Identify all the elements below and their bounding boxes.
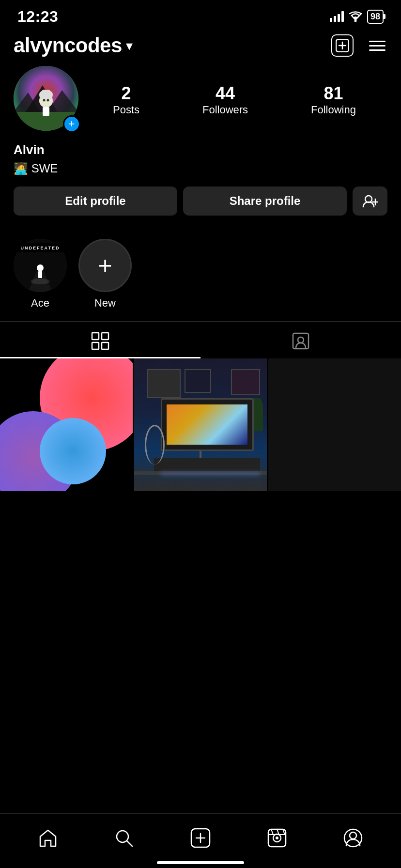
story-label-ace: Ace xyxy=(31,297,49,310)
following-count: 81 xyxy=(311,83,356,104)
nav-reels[interactable] xyxy=(260,823,294,852)
following-stat[interactable]: 81 Following xyxy=(311,83,356,116)
post-desk-setup xyxy=(134,358,267,491)
story-label-new: New xyxy=(94,297,116,310)
stats-container: 2 Posts 44 Followers 81 Following xyxy=(81,83,387,116)
add-story-plus-icon: + xyxy=(98,251,112,279)
story-item-new[interactable]: + New xyxy=(78,239,132,310)
tab-grid[interactable] xyxy=(0,322,200,358)
battery-indicator: 98 xyxy=(367,10,384,24)
svg-text:UNDEFEATED: UNDEFEATED xyxy=(21,246,60,250)
svg-point-41 xyxy=(350,832,356,839)
svg-point-11 xyxy=(43,99,46,102)
svg-point-35 xyxy=(276,837,278,839)
profile-name: Alvin xyxy=(14,142,387,157)
svg-line-37 xyxy=(271,829,273,835)
action-buttons: Edit profile Share profile xyxy=(14,186,387,216)
profile-stats-row: + 2 Posts 44 Followers 81 Following xyxy=(14,66,387,134)
nav-create[interactable] xyxy=(184,823,217,852)
tab-bar xyxy=(0,321,401,358)
svg-rect-26 xyxy=(293,333,308,349)
username-container[interactable]: alvyncodes ▾ xyxy=(14,34,133,57)
followers-count: 44 xyxy=(202,83,248,104)
menu-button[interactable] xyxy=(367,39,387,53)
new-post-button[interactable] xyxy=(331,34,354,57)
story-item-ace[interactable]: UNDEFEATED Ace xyxy=(14,239,67,310)
profile-bio: 🧑‍💻 SWE xyxy=(14,160,387,177)
post-item-2[interactable] xyxy=(134,358,267,491)
svg-rect-22 xyxy=(92,333,99,340)
post-item-1[interactable] xyxy=(0,358,133,491)
svg-rect-23 xyxy=(102,333,108,340)
chevron-down-icon[interactable]: ▾ xyxy=(126,38,133,54)
header: alvyncodes ▾ xyxy=(0,29,401,66)
svg-rect-24 xyxy=(92,342,99,349)
home-icon xyxy=(38,829,58,847)
story-circle-new: + xyxy=(78,239,132,292)
header-actions xyxy=(331,34,387,57)
username-label: alvyncodes xyxy=(14,34,122,57)
svg-point-0 xyxy=(354,20,356,22)
status-bar: 12:23 98 xyxy=(0,0,401,29)
nav-profile[interactable] xyxy=(336,823,370,852)
posts-count: 2 xyxy=(113,83,139,104)
bottom-nav-items xyxy=(0,814,401,857)
create-icon xyxy=(190,828,211,848)
profile-info: Alvin 🧑‍💻 SWE xyxy=(14,142,387,177)
followers-label: Followers xyxy=(202,104,248,116)
add-person-icon xyxy=(362,194,378,208)
reels-icon xyxy=(267,828,287,848)
share-profile-button[interactable]: Share profile xyxy=(183,186,347,216)
bottom-nav xyxy=(0,813,401,868)
status-time: 12:23 xyxy=(17,8,58,26)
svg-point-12 xyxy=(47,99,49,102)
svg-line-29 xyxy=(127,841,132,846)
svg-point-27 xyxy=(298,337,304,343)
edit-profile-button[interactable]: Edit profile xyxy=(14,186,177,216)
followers-stat[interactable]: 44 Followers xyxy=(202,83,248,116)
avatar-container[interactable]: + xyxy=(14,66,81,134)
add-story-button[interactable]: + xyxy=(63,115,80,133)
posts-stat[interactable]: 2 Posts xyxy=(113,83,139,116)
grid-icon xyxy=(91,331,110,351)
ace-story-thumbnail: UNDEFEATED xyxy=(14,239,67,292)
add-person-button[interactable] xyxy=(353,186,387,216)
stories-row: UNDEFEATED Ace + New xyxy=(0,239,401,321)
post-item-3 xyxy=(268,358,401,491)
tagged-icon xyxy=(291,331,310,351)
svg-rect-10 xyxy=(43,107,49,116)
status-icons: 98 xyxy=(330,10,384,24)
posts-label: Posts xyxy=(113,104,139,116)
wifi-icon xyxy=(349,11,362,22)
post-gradient-blob xyxy=(0,358,133,491)
posts-grid xyxy=(0,358,401,491)
svg-rect-25 xyxy=(102,342,108,349)
tab-tagged[interactable] xyxy=(200,322,401,358)
story-circle-ace: UNDEFEATED xyxy=(14,239,67,292)
profile-section: + 2 Posts 44 Followers 81 Following Alvi… xyxy=(0,66,401,239)
nav-search[interactable] xyxy=(107,823,141,852)
search-icon xyxy=(114,828,134,848)
home-indicator xyxy=(157,861,244,864)
signal-icon xyxy=(330,11,344,22)
nav-home[interactable] xyxy=(31,823,65,852)
profile-icon xyxy=(343,828,363,848)
following-label: Following xyxy=(311,104,356,116)
